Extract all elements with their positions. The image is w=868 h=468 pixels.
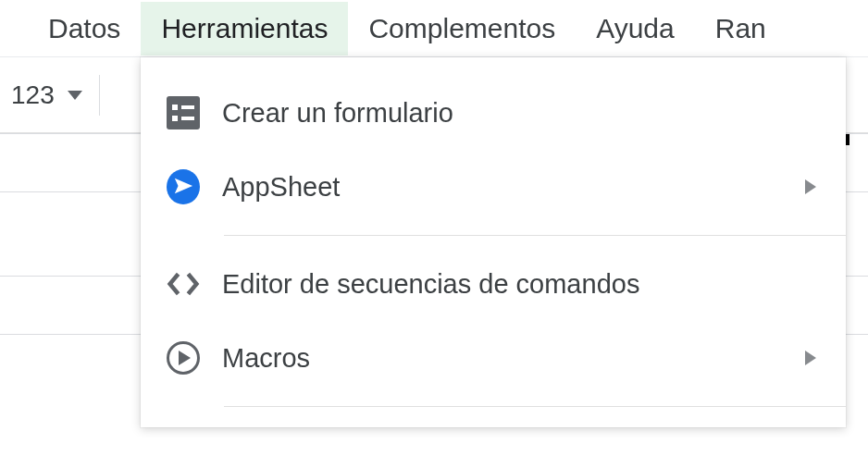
menu-ran[interactable]: Ran [695,2,787,55]
menu-item-label: Macros [222,343,805,374]
menu-herramientas[interactable]: Herramientas [141,2,348,55]
appsheet-icon [167,170,200,203]
menu-complementos[interactable]: Complementos [348,2,576,55]
menu-item-appsheet[interactable]: AppSheet [141,150,846,224]
chevron-right-icon [805,351,816,365]
herramientas-dropdown: Crear un formulario AppSheet Editor de s… [141,57,846,427]
chevron-right-icon [805,179,816,194]
menu-item-macros[interactable]: Macros [141,321,846,395]
number-format-label: 123 [11,80,55,110]
form-icon [167,96,200,129]
play-circle-icon [167,341,200,375]
menu-item-label: Crear un formulario [222,98,816,129]
menu-ayuda[interactable]: Ayuda [576,2,695,55]
menu-separator [224,235,846,236]
menu-item-script-editor[interactable]: Editor de secuencias de comandos [141,247,846,321]
menu-item-label: AppSheet [222,172,805,203]
menu-item-crear-formulario[interactable]: Crear un formulario [141,76,846,150]
menu-bar: Datos Herramientas Complementos Ayuda Ra… [0,0,868,57]
menu-separator [224,406,846,407]
chevron-down-icon [68,91,82,100]
code-icon [167,267,200,301]
menu-datos[interactable]: Datos [28,2,141,55]
menu-item-label: Editor de secuencias de comandos [222,269,816,300]
number-format-dropdown[interactable]: 123 [11,75,100,116]
